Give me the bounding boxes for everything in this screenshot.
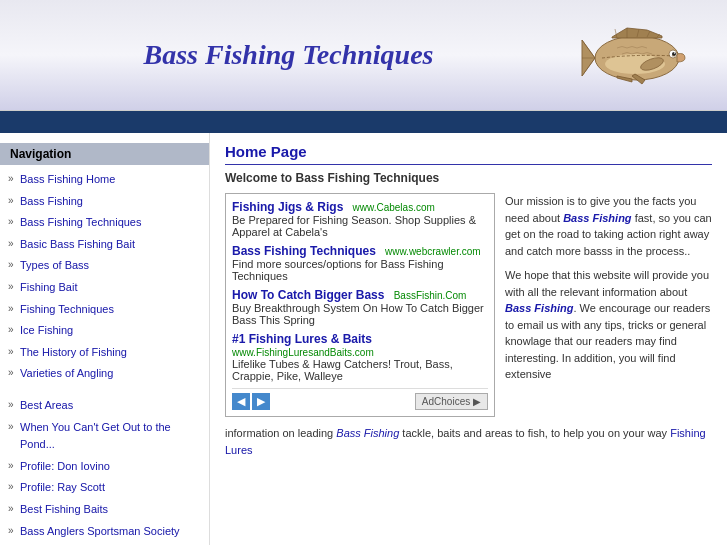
right-col-p2: We hope that this website will provide y…	[505, 267, 712, 383]
sidebar-item-fishing-techniques[interactable]: Fishing Techniques	[0, 299, 209, 321]
ad-title-1[interactable]: Fishing Jigs & Rigs	[232, 200, 343, 214]
sidebar-item-history-of-fishing[interactable]: The History of Fishing	[0, 342, 209, 364]
ad-title-2[interactable]: Bass Fishing Techniques	[232, 244, 376, 258]
ad-footer: ◀ ▶ AdChoices ▶	[232, 388, 488, 410]
ad-desc-1: Be Prepared for Fishing Season. Shop Sup…	[232, 214, 488, 238]
sidebar-item-best-fishing-baits[interactable]: Best Fishing Baits	[0, 499, 209, 521]
ad-title-4[interactable]: #1 Fishing Lures & Baits	[232, 332, 372, 346]
ad-prev-button[interactable]: ◀	[232, 393, 250, 410]
ad-item-1: Fishing Jigs & Rigs www.Cabelas.com Be P…	[232, 200, 488, 238]
site-title: Bass Fishing Techniques	[20, 39, 557, 71]
ad-item-2: Bass Fishing Techniques www.webcrawler.c…	[232, 244, 488, 282]
ad-url-1[interactable]: www.Cabelas.com	[353, 202, 435, 213]
main-content: Home Page Welcome to Bass Fishing Techni…	[210, 133, 727, 545]
sidebar-heading: Navigation	[0, 143, 209, 165]
ad-desc-4: Lifelike Tubes & Hawg Catchers! Trout, B…	[232, 358, 488, 382]
nav-bar	[0, 111, 727, 133]
sidebar-item-don-iovino[interactable]: Profile: Don Iovino	[0, 456, 209, 478]
sidebar-item-ice-fishing[interactable]: Ice Fishing	[0, 320, 209, 342]
sidebar-item-basic-bass-fishing-bait[interactable]: Basic Bass Fishing Bait	[0, 234, 209, 256]
ad-desc-3: Buy Breakthrough System On How To Catch …	[232, 302, 488, 326]
welcome-text: Welcome to Bass Fishing Techniques	[225, 171, 712, 185]
svg-point-16	[674, 52, 675, 53]
ad-title-3[interactable]: How To Catch Bigger Bass	[232, 288, 384, 302]
ad-url-2[interactable]: www.webcrawler.com	[385, 246, 481, 257]
sidebar-item-bass-fishing[interactable]: Bass Fishing	[0, 191, 209, 213]
sidebar-item-bass-fishing-techniques[interactable]: Bass Fishing Techniques	[0, 212, 209, 234]
right-col-p1: Our mission is to give you the facts you…	[505, 193, 712, 259]
ad-item-4: #1 Fishing Lures & Baits www.FishingLure…	[232, 332, 488, 382]
ad-item-3: How To Catch Bigger Bass BassFishin.Com …	[232, 288, 488, 326]
sidebar: Navigation Bass Fishing Home Bass Fishin…	[0, 133, 210, 545]
ad-box: Fishing Jigs & Rigs www.Cabelas.com Be P…	[225, 193, 495, 417]
ad-nav-buttons: ◀ ▶	[232, 393, 270, 410]
right-column: Our mission is to give you the facts you…	[505, 193, 712, 383]
ad-choices-text: AdChoices ▶	[422, 396, 481, 407]
page-title: Home Page	[225, 143, 712, 165]
fishing-lures-link[interactable]: Fishing Lures	[225, 427, 706, 456]
ad-next-button[interactable]: ▶	[252, 393, 270, 410]
sidebar-item-bass-anglers[interactable]: Bass Anglers Sportsman Society	[0, 521, 209, 543]
sidebar-item-best-areas[interactable]: Best Areas	[0, 395, 209, 417]
ad-url-4[interactable]: www.FishingLuresandBaits.com	[232, 347, 374, 358]
ad-url-3[interactable]: BassFishin.Com	[394, 290, 467, 301]
fish-image	[577, 10, 707, 100]
sidebar-item-ray-scott[interactable]: Profile: Ray Scott	[0, 477, 209, 499]
ad-choices-label[interactable]: AdChoices ▶	[415, 393, 488, 410]
sidebar-item-cant-get-out[interactable]: When You Can't Get Out to the Pond...	[0, 417, 209, 456]
sidebar-item-bass-fishing-home[interactable]: Bass Fishing Home	[0, 169, 209, 191]
sidebar-item-varieties-of-angling[interactable]: Varieties of Angling	[0, 363, 209, 385]
page-header: Bass Fishing Techniques	[0, 0, 727, 111]
content-wrapper: Navigation Bass Fishing Home Bass Fishin…	[0, 133, 727, 545]
ad-desc-2: Find more sources/options for Bass Fishi…	[232, 258, 488, 282]
bottom-text: information on leading Bass Fishing tack…	[225, 425, 712, 458]
sidebar-item-fishing-bait[interactable]: Fishing Bait	[0, 277, 209, 299]
sidebar-item-types-of-bass[interactable]: Types of Bass	[0, 255, 209, 277]
